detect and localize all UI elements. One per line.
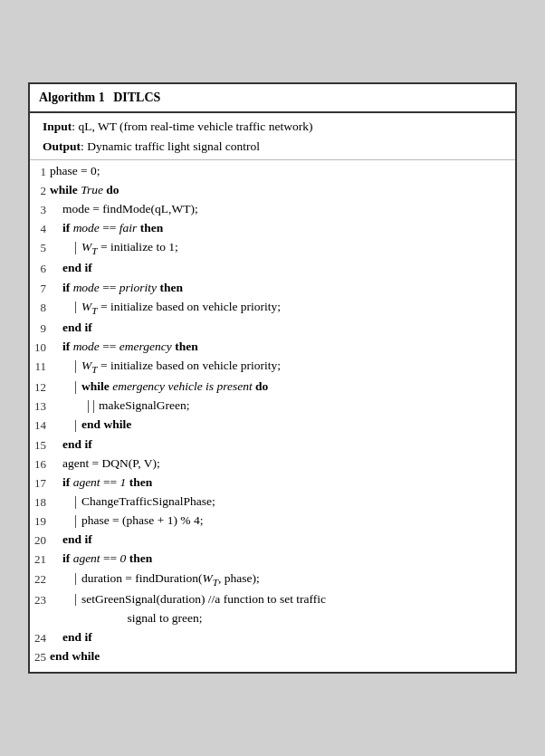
line-number: 22	[30, 569, 50, 589]
code-line: 13makeSignalGreen;	[30, 397, 515, 416]
line-number: 2	[30, 181, 50, 200]
line-content: setGreenSignal(duration) //a function to…	[50, 590, 515, 628]
line-number: 10	[30, 338, 50, 357]
code-line: 22duration = findDuration(WT, phase);	[30, 569, 515, 590]
algorithm-header: Algorithm 1 DITLCS	[30, 84, 515, 113]
code-line: 9end if	[30, 319, 515, 338]
line-number: 5	[30, 238, 50, 257]
code-body: 1phase = 0;2while True do3mode = findMod…	[30, 160, 515, 672]
line-content: if agent == 1 then	[50, 474, 515, 493]
line-number: 23	[30, 590, 50, 609]
input-line: Input: qL, WT (from real-time vehicle tr…	[43, 118, 506, 137]
code-line: 24end if	[30, 628, 515, 647]
line-content: if mode == priority then	[50, 279, 515, 298]
line-content: duration = findDuration(WT, phase);	[50, 569, 515, 590]
line-number: 9	[30, 319, 50, 338]
code-line: 15end if	[30, 435, 515, 455]
line-content: phase = (phase + 1) % 4;	[50, 512, 515, 531]
line-content: if mode == fair then	[50, 219, 515, 238]
line-content: WT = initialize to 1;	[50, 238, 515, 259]
line-content: WT = initialize based on vehicle priorit…	[50, 357, 515, 378]
input-label: Input	[43, 120, 72, 133]
code-line: 8WT = initialize based on vehicle priori…	[30, 298, 515, 319]
line-number: 4	[30, 219, 50, 238]
line-content: phase = 0;	[50, 162, 515, 181]
line-content: while emergency vehicle is present do	[50, 378, 515, 397]
line-content: end if	[50, 259, 515, 278]
line-number: 3	[30, 200, 50, 219]
line-number: 16	[30, 455, 50, 474]
line-number: 24	[30, 628, 50, 647]
code-line: 19phase = (phase + 1) % 4;	[30, 512, 515, 531]
code-line: 11WT = initialize based on vehicle prior…	[30, 357, 515, 378]
line-number: 17	[30, 474, 50, 493]
code-line: 23setGreenSignal(duration) //a function …	[30, 590, 515, 628]
code-line: 14end while	[30, 416, 515, 435]
line-number: 25	[30, 647, 50, 666]
line-content: end if	[50, 628, 515, 647]
code-line: 18ChangeTrafficSignalPhase;	[30, 493, 515, 512]
code-line: 25end while	[30, 647, 515, 666]
line-content: mode = findMode(qL,WT);	[50, 200, 515, 219]
code-line: 2while True do	[30, 181, 515, 200]
line-number: 15	[30, 435, 50, 455]
code-line: 21if agent == 0 then	[30, 550, 515, 569]
input-text: : qL, WT (from real-time vehicle traffic…	[72, 120, 312, 133]
line-number: 12	[30, 378, 50, 397]
line-number: 19	[30, 512, 50, 531]
code-line: 7if mode == priority then	[30, 279, 515, 298]
line-content: end while	[50, 416, 515, 435]
code-line: 10if mode == emergency then	[30, 338, 515, 357]
line-content: end if	[50, 319, 515, 338]
code-line: 4if mode == fair then	[30, 219, 515, 238]
code-line: 17if agent == 1 then	[30, 474, 515, 493]
line-content: end while	[50, 647, 515, 666]
line-content: if mode == emergency then	[50, 338, 515, 357]
line-number: 13	[30, 397, 50, 416]
line-number: 8	[30, 298, 50, 317]
line-content: makeSignalGreen;	[50, 397, 515, 416]
code-line: 6end if	[30, 259, 515, 278]
code-line: 3mode = findMode(qL,WT);	[30, 200, 515, 219]
algorithm-label: Algorithm 1	[39, 91, 105, 104]
line-content: ChangeTrafficSignalPhase;	[50, 493, 515, 512]
code-line: 16agent = DQN(P, V);	[30, 455, 515, 474]
code-line: 20end if	[30, 531, 515, 550]
algorithm-name: DITLCS	[113, 91, 160, 104]
output-label: Output	[43, 139, 81, 153]
algorithm-box: Algorithm 1 DITLCS Input: qL, WT (from r…	[28, 82, 517, 674]
line-content: while True do	[50, 181, 515, 200]
code-line: 5WT = initialize to 1;	[30, 238, 515, 259]
line-content: agent = DQN(P, V);	[50, 455, 515, 474]
line-content: WT = initialize based on vehicle priorit…	[50, 298, 515, 319]
line-number: 7	[30, 279, 50, 298]
code-line: 12while emergency vehicle is present do	[30, 378, 515, 397]
line-number: 1	[30, 162, 50, 181]
line-number: 20	[30, 531, 50, 550]
line-number: 11	[30, 357, 50, 376]
line-number: 14	[30, 416, 50, 435]
line-content: if agent == 0 then	[50, 550, 515, 569]
output-text: : Dynamic traffic light signal control	[81, 139, 260, 153]
line-content: end if	[50, 435, 515, 455]
line-number: 6	[30, 259, 50, 278]
line-number: 18	[30, 493, 50, 512]
algorithm-meta: Input: qL, WT (from real-time vehicle tr…	[30, 113, 515, 160]
output-line: Output: Dynamic traffic light signal con…	[43, 138, 506, 157]
code-line: 1phase = 0;	[30, 162, 515, 181]
line-content: end if	[50, 531, 515, 550]
line-number: 21	[30, 550, 50, 569]
